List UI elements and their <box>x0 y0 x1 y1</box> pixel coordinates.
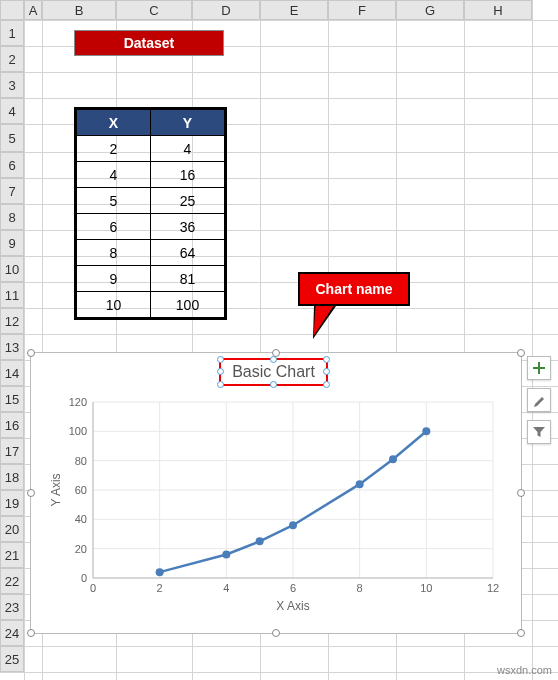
svg-text:2: 2 <box>157 582 163 594</box>
table-cell[interactable]: 4 <box>77 162 151 188</box>
svg-text:120: 120 <box>69 396 87 408</box>
chart-name-callout: Chart name <box>298 272 410 306</box>
svg-text:0: 0 <box>81 572 87 584</box>
table-row: 10100 <box>77 292 225 318</box>
svg-text:6: 6 <box>290 582 296 594</box>
row-header[interactable]: 10 <box>0 256 24 282</box>
chart-title-selection[interactable]: Basic Chart <box>219 358 328 386</box>
resize-handle[interactable] <box>27 349 35 357</box>
select-all-corner[interactable] <box>0 0 24 20</box>
row-header[interactable]: 7 <box>0 178 24 204</box>
row-header[interactable]: 20 <box>0 516 24 542</box>
resize-handle[interactable] <box>27 489 35 497</box>
table-cell[interactable]: 36 <box>151 214 225 240</box>
svg-text:4: 4 <box>223 582 229 594</box>
table-cell[interactable]: 9 <box>77 266 151 292</box>
table-row: 416 <box>77 162 225 188</box>
svg-point-38 <box>422 427 430 435</box>
watermark: wsxdn.com <box>497 664 552 676</box>
table-cell[interactable]: 4 <box>151 136 225 162</box>
svg-text:8: 8 <box>357 582 363 594</box>
table-header[interactable]: X <box>77 110 151 136</box>
chart-plot: 024681012020406080100120X AxisY Axis <box>48 394 518 626</box>
resize-handle[interactable] <box>517 489 525 497</box>
row-header[interactable]: 24 <box>0 620 24 646</box>
row-header[interactable]: 11 <box>0 282 24 308</box>
table-row: 24 <box>77 136 225 162</box>
title-handle[interactable] <box>217 368 224 375</box>
row-header[interactable]: 8 <box>0 204 24 230</box>
svg-point-34 <box>256 537 264 545</box>
table-header[interactable]: Y <box>151 110 225 136</box>
chart-styles-button[interactable] <box>527 388 551 412</box>
table-row: 525 <box>77 188 225 214</box>
svg-text:12: 12 <box>487 582 499 594</box>
row-header[interactable]: 15 <box>0 386 24 412</box>
svg-point-36 <box>356 480 364 488</box>
chart-filters-button[interactable] <box>527 420 551 444</box>
column-header[interactable]: A <box>24 0 42 20</box>
title-handle[interactable] <box>323 368 330 375</box>
column-header[interactable]: D <box>192 0 260 20</box>
svg-point-32 <box>156 568 164 576</box>
title-handle[interactable] <box>270 381 277 388</box>
row-header[interactable]: 17 <box>0 438 24 464</box>
plus-icon <box>532 361 546 375</box>
row-header[interactable]: 25 <box>0 646 24 672</box>
table-cell[interactable]: 25 <box>151 188 225 214</box>
table-cell[interactable]: 8 <box>77 240 151 266</box>
row-header[interactable]: 21 <box>0 542 24 568</box>
resize-handle[interactable] <box>27 629 35 637</box>
column-header[interactable]: E <box>260 0 328 20</box>
table-cell[interactable]: 2 <box>77 136 151 162</box>
title-handle[interactable] <box>270 356 277 363</box>
funnel-icon <box>532 425 546 439</box>
row-header[interactable]: 5 <box>0 124 24 152</box>
chart-elements-button[interactable] <box>527 356 551 380</box>
table-cell[interactable]: 81 <box>151 266 225 292</box>
row-header[interactable]: 6 <box>0 152 24 178</box>
column-header[interactable]: F <box>328 0 396 20</box>
svg-text:20: 20 <box>75 543 87 555</box>
row-header[interactable]: 3 <box>0 72 24 98</box>
svg-text:10: 10 <box>420 582 432 594</box>
row-header[interactable]: 9 <box>0 230 24 256</box>
row-header[interactable]: 22 <box>0 568 24 594</box>
table-cell[interactable]: 5 <box>77 188 151 214</box>
row-header[interactable]: 13 <box>0 334 24 360</box>
row-header[interactable]: 4 <box>0 98 24 124</box>
table-cell[interactable]: 10 <box>77 292 151 318</box>
svg-point-37 <box>389 455 397 463</box>
table-row: 864 <box>77 240 225 266</box>
brush-icon <box>532 393 546 407</box>
title-handle[interactable] <box>217 381 224 388</box>
table-row: 981 <box>77 266 225 292</box>
svg-point-33 <box>222 551 230 559</box>
dataset-banner: Dataset <box>74 30 224 56</box>
row-header[interactable]: 2 <box>0 46 24 72</box>
table-cell[interactable]: 100 <box>151 292 225 318</box>
row-header[interactable]: 14 <box>0 360 24 386</box>
row-header[interactable]: 1 <box>0 20 24 46</box>
row-header[interactable]: 12 <box>0 308 24 334</box>
column-header[interactable]: B <box>42 0 116 20</box>
svg-text:60: 60 <box>75 484 87 496</box>
table-row: 636 <box>77 214 225 240</box>
title-handle[interactable] <box>217 356 224 363</box>
column-header[interactable]: C <box>116 0 192 20</box>
row-header[interactable]: 19 <box>0 490 24 516</box>
resize-handle[interactable] <box>272 629 280 637</box>
svg-text:X Axis: X Axis <box>276 599 309 613</box>
title-handle[interactable] <box>323 381 330 388</box>
table-cell[interactable]: 16 <box>151 162 225 188</box>
resize-handle[interactable] <box>517 629 525 637</box>
table-cell[interactable]: 64 <box>151 240 225 266</box>
column-header[interactable]: H <box>464 0 532 20</box>
row-header[interactable]: 16 <box>0 412 24 438</box>
table-cell[interactable]: 6 <box>77 214 151 240</box>
column-header[interactable]: G <box>396 0 464 20</box>
row-header[interactable]: 18 <box>0 464 24 490</box>
title-handle[interactable] <box>323 356 330 363</box>
resize-handle[interactable] <box>517 349 525 357</box>
row-header[interactable]: 23 <box>0 594 24 620</box>
